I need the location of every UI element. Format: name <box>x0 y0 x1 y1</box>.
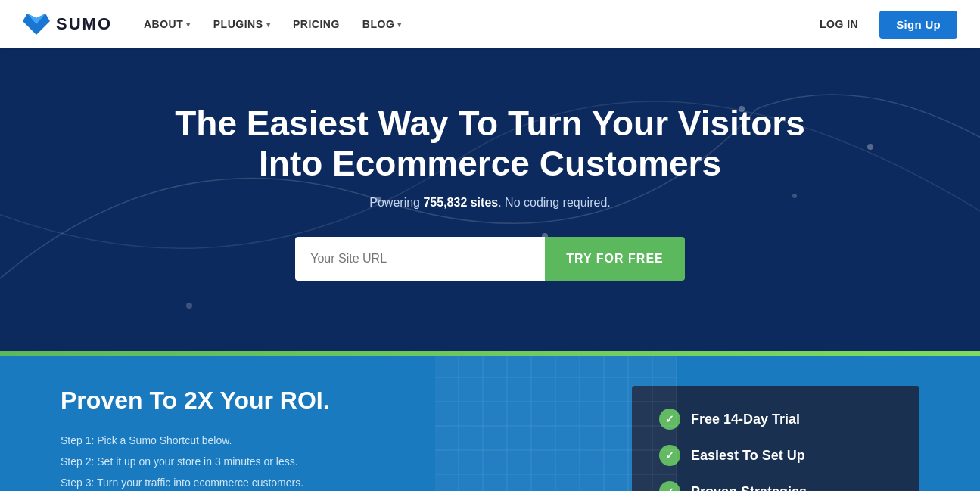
nav-about[interactable]: ABOUT ▾ <box>135 12 200 36</box>
hero-headline: The Easiest Way To Turn Your Visitors In… <box>175 104 804 184</box>
chevron-down-icon: ▾ <box>186 20 191 29</box>
try-for-free-button[interactable]: TRY FOR FREE <box>545 237 684 281</box>
signup-button[interactable]: Sign Up <box>879 11 957 39</box>
feature-item-setup: ✓ Easiest To Set Up <box>659 445 892 466</box>
nav-links: ABOUT ▾ PLUGINS ▾ PRICING BLOG ▾ <box>135 12 810 36</box>
feature-item-trial: ✓ Free 14-Day Trial <box>659 409 892 430</box>
chevron-down-icon: ▾ <box>266 20 271 29</box>
nav-blog[interactable]: BLOG ▾ <box>353 12 411 36</box>
lower-heading: Proven To 2X Your ROI. <box>61 386 602 415</box>
sumo-logo-icon <box>23 14 50 35</box>
login-button[interactable]: LOG IN <box>810 12 867 36</box>
nav-right: LOG IN Sign Up <box>810 11 957 39</box>
nav-pricing[interactable]: PRICING <box>284 12 349 36</box>
lower-section: Proven To 2X Your ROI. Step 1: Pick a Su… <box>0 356 980 491</box>
svg-point-5 <box>792 194 797 198</box>
lower-steps: Step 1: Pick a Sumo Shortcut below. Step… <box>61 430 602 491</box>
logo-text: SUMO <box>56 14 112 34</box>
check-icon: ✓ <box>659 409 680 430</box>
navbar: SUMO ABOUT ▾ PLUGINS ▾ PRICING BLOG ▾ LO… <box>0 0 980 48</box>
logo[interactable]: SUMO <box>23 14 112 35</box>
nav-plugins[interactable]: PLUGINS ▾ <box>204 12 279 36</box>
feature-item-strategies: ✓ Proven Strategies <box>659 481 892 491</box>
hero-form: TRY FOR FREE <box>295 237 684 281</box>
hero-section: The Easiest Way To Turn Your Visitors In… <box>0 48 980 351</box>
features-box: ✓ Free 14-Day Trial ✓ Easiest To Set Up … <box>632 386 919 491</box>
site-url-input[interactable] <box>295 237 545 281</box>
svg-point-4 <box>186 303 192 309</box>
svg-point-3 <box>867 144 873 150</box>
lower-left-content: Proven To 2X Your ROI. Step 1: Pick a Su… <box>61 386 602 491</box>
hero-subtitle: Powering 755,832 sites. No coding requir… <box>369 196 610 210</box>
check-icon: ✓ <box>659 445 680 466</box>
chevron-down-icon: ▾ <box>397 20 402 29</box>
check-icon: ✓ <box>659 481 680 491</box>
